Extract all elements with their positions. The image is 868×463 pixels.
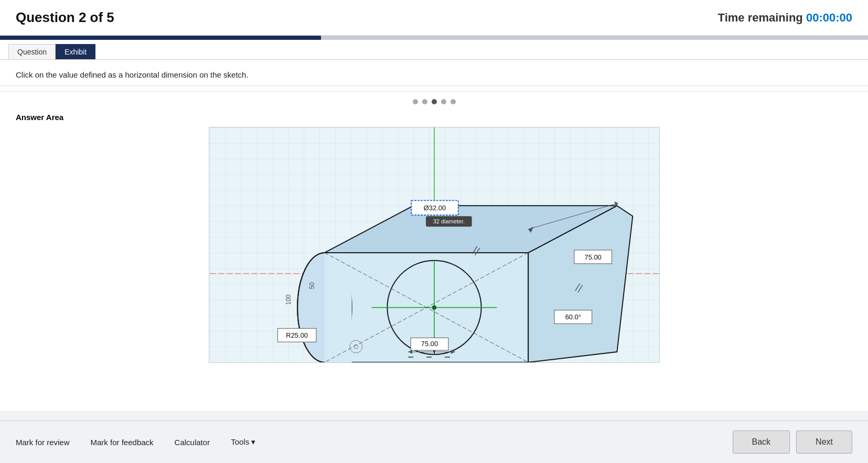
dot-2[interactable]	[422, 99, 427, 104]
next-button[interactable]: Next	[796, 430, 852, 454]
main-content: Click on the value defined as a horizont…	[0, 60, 868, 411]
svg-text:R25.00: R25.00	[286, 331, 308, 339]
answer-label: Answer Area	[16, 110, 852, 122]
question-title: Question 2 of 5	[16, 9, 114, 26]
sketch-wrapper: Ø32.00 32 diameter. 75.00 75.00 R25.00	[209, 127, 660, 363]
svg-text:Ø32.00: Ø32.00	[423, 204, 445, 212]
progress-bar-fill	[0, 36, 321, 40]
time-label: Time remaining	[718, 11, 803, 24]
progress-bar-container	[0, 36, 868, 40]
svg-text:75.00: 75.00	[584, 253, 601, 261]
svg-text:60.0°: 60.0°	[565, 313, 581, 321]
mark-review-button[interactable]: Mark for review	[16, 437, 70, 447]
dot-3[interactable]	[432, 99, 437, 104]
dots-navigation	[0, 92, 868, 110]
tools-button[interactable]: Tools ▾	[231, 437, 255, 447]
question-area: Click on the value defined as a horizont…	[0, 60, 868, 92]
tools-dropdown-icon: ▾	[251, 437, 255, 446]
dot-1[interactable]	[413, 99, 418, 104]
footer: Mark for review Mark for feedback Calcul…	[0, 421, 868, 463]
answer-section: Answer Area	[0, 110, 868, 373]
sketch-container: Ø32.00 32 diameter. 75.00 75.00 R25.00	[16, 127, 852, 368]
header: Question 2 of 5 Time remaining 00:00:00	[0, 0, 868, 36]
dot-4[interactable]	[441, 99, 446, 104]
tab-question[interactable]: Question	[8, 44, 56, 59]
divider	[0, 85, 868, 86]
svg-text:50: 50	[308, 282, 316, 289]
time-remaining: Time remaining 00:00:00	[718, 11, 852, 25]
tabs-row: Question Exhibit	[0, 40, 868, 60]
sketch-svg: Ø32.00 32 diameter. 75.00 75.00 R25.00	[209, 127, 660, 363]
calculator-button[interactable]: Calculator	[175, 437, 210, 447]
svg-text:100: 100	[285, 294, 292, 305]
svg-text:32 diameter.: 32 diameter.	[433, 218, 464, 224]
mark-feedback-button[interactable]: Mark for feedback	[91, 437, 154, 447]
dot-5[interactable]	[451, 99, 456, 104]
question-text: Click on the value defined as a horizont…	[16, 70, 852, 79]
footer-right: Back Next	[733, 430, 852, 454]
time-value: 00:00:00	[806, 11, 852, 24]
back-button[interactable]: Back	[733, 430, 790, 454]
tab-exhibit[interactable]: Exhibit	[56, 44, 95, 59]
svg-text:75.00: 75.00	[421, 340, 437, 348]
svg-rect-5	[324, 253, 351, 362]
footer-left: Mark for review Mark for feedback Calcul…	[16, 437, 255, 447]
